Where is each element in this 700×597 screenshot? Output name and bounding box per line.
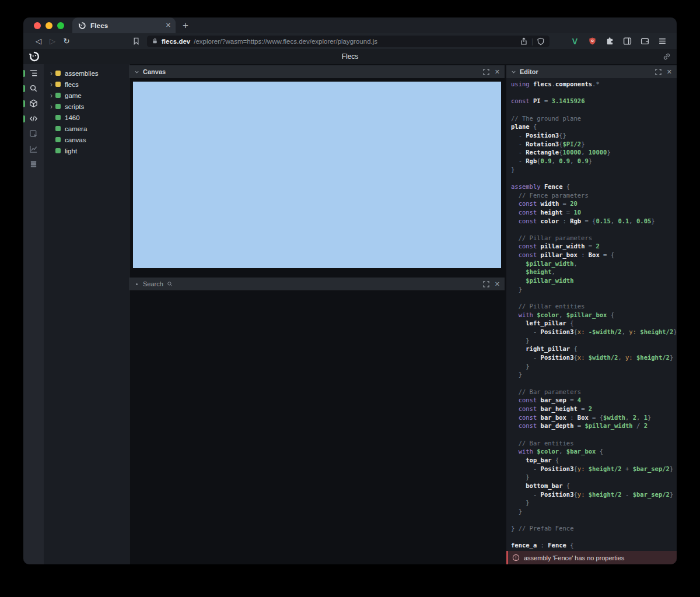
back-button[interactable]: ◁ — [32, 37, 46, 45]
wallet-icon[interactable] — [640, 36, 650, 46]
tree-panel-icon[interactable] — [23, 69, 44, 78]
tree-item-1460[interactable]: 1460 — [44, 112, 129, 123]
search-panel-icon[interactable] — [23, 84, 44, 93]
code-line — [511, 431, 677, 440]
code-line: - Position3{y: $height/2 + $bar_sep/2} — [511, 465, 677, 474]
code-line: left_pillar { — [511, 319, 677, 328]
code-line — [511, 516, 677, 525]
main-area: ›assemblies›flecs›game›scripts1460camera… — [23, 64, 677, 564]
tree-item-label: flecs — [65, 81, 79, 88]
share-link-icon[interactable] — [663, 52, 671, 63]
chevron-right-icon[interactable]: › — [47, 103, 55, 110]
tree-item-assemblies[interactable]: ›assemblies — [44, 68, 129, 79]
chevron-down-icon[interactable] — [511, 69, 516, 75]
code-line: with $color, $bar_box { — [511, 448, 677, 456]
code-editor[interactable]: using flecs.components.* const PI = 3.14… — [506, 78, 677, 551]
code-line: right_pillar { — [511, 345, 677, 354]
search-panel-body — [130, 290, 505, 564]
share-icon[interactable] — [520, 37, 528, 45]
flecs-favicon-icon — [78, 22, 86, 30]
active-indicator — [23, 85, 25, 92]
code-line: const bar_box : Box = {$width, 2, 1} — [511, 414, 677, 423]
code-line: - Position3{y: $height/2 - $bar_sep/2} — [511, 491, 677, 500]
collapsed-indicator-icon[interactable] — [136, 283, 138, 285]
extension-icons: V — [570, 36, 668, 46]
active-indicator — [23, 70, 25, 77]
code-line: } — [511, 508, 677, 517]
chevron-right-icon[interactable]: › — [47, 70, 55, 77]
canvas-panel-body — [130, 78, 505, 268]
tab-title: Flecs — [90, 22, 162, 29]
chevron-down-icon[interactable] — [134, 69, 139, 75]
leaf-indicator — [47, 125, 55, 132]
entity-color-dot — [55, 137, 61, 142]
new-tab-button[interactable]: + — [176, 17, 195, 33]
tree-item-scripts[interactable]: ›scripts — [44, 101, 129, 112]
tree-item-light[interactable]: light — [44, 145, 129, 156]
browser-tab-flecs[interactable]: Flecs ✕ — [72, 17, 176, 33]
app-header: Flecs — [23, 49, 677, 64]
code-line: const pillar_width = 2 — [511, 243, 677, 251]
extensions-puzzle-icon[interactable] — [605, 36, 615, 46]
reload-button[interactable]: ↻ — [60, 37, 74, 45]
entity-color-dot — [55, 126, 61, 131]
entity-color-dot — [55, 82, 61, 87]
close-window-button[interactable] — [34, 22, 41, 29]
entity-color-dot — [55, 104, 61, 109]
address-bar[interactable]: flecs.dev /explorer/?wasm=https://www.fl… — [147, 36, 550, 47]
tree-item-flecs[interactable]: ›flecs — [44, 79, 129, 90]
inspector-panel-icon[interactable] — [23, 129, 44, 139]
app-title: Flecs — [23, 52, 677, 61]
menu-icon[interactable] — [657, 36, 667, 46]
code-line: const PI = 3.1415926 — [511, 97, 677, 106]
fullscreen-icon[interactable] — [655, 69, 662, 75]
zoom-window-button[interactable] — [57, 22, 64, 29]
chevron-right-icon[interactable]: › — [47, 92, 55, 99]
tree-item-game[interactable]: ›game — [44, 90, 129, 101]
bookmark-icon[interactable] — [130, 37, 142, 45]
code-line: const height = 10 — [511, 209, 677, 217]
code-line — [511, 226, 677, 234]
editor-panel-title: Editor — [520, 68, 538, 75]
flecs-logo-icon — [29, 51, 40, 62]
brave-shield-icon[interactable] — [537, 37, 545, 45]
entity-color-dot — [55, 71, 61, 76]
tree-item-label: scripts — [65, 103, 84, 110]
search-icon — [167, 281, 173, 287]
editor-panel-icon[interactable] — [23, 114, 44, 124]
adguard-icon[interactable] — [587, 36, 597, 46]
code-line: $pillar_width, — [511, 260, 677, 269]
code-line: - Rotation3{$PI/2} — [511, 141, 677, 149]
sidebar-panel-icon[interactable] — [622, 36, 632, 46]
fullscreen-icon[interactable] — [483, 69, 489, 75]
tree-item-label: game — [65, 92, 82, 99]
tab-strip: Flecs ✕ + — [23, 17, 677, 33]
lock-icon — [152, 38, 158, 44]
code-line: } — [511, 363, 677, 371]
close-panel-icon[interactable]: ✕ — [667, 68, 672, 76]
entity-color-dot — [55, 148, 61, 153]
code-line: } — [511, 473, 677, 482]
editor-column: Editor ✕ using flecs.components.* const … — [505, 64, 677, 564]
close-panel-icon[interactable]: ✕ — [495, 280, 500, 288]
close-panel-icon[interactable]: ✕ — [495, 68, 500, 76]
vue-devtools-icon[interactable]: V — [570, 36, 580, 46]
canvas-panel-icon[interactable] — [23, 99, 44, 108]
code-line: // Pillar parameters — [511, 234, 677, 243]
fullscreen-icon[interactable] — [483, 281, 489, 287]
tables-panel-icon[interactable] — [23, 160, 44, 169]
tree-item-label: light — [65, 148, 77, 154]
chevron-right-icon[interactable]: › — [47, 81, 55, 88]
webgl-canvas[interactable] — [133, 82, 501, 268]
code-line: } — [511, 499, 677, 508]
code-line: const width = 20 — [511, 200, 677, 209]
minimize-window-button[interactable] — [46, 22, 52, 29]
code-line: // Fence parameters — [511, 192, 677, 201]
code-line: const bar_height = 2 — [511, 405, 677, 414]
tree-item-canvas[interactable]: canvas — [44, 134, 129, 145]
tab-close-icon[interactable]: ✕ — [166, 22, 171, 29]
center-column: Canvas ✕ Search ✕ — [130, 64, 505, 564]
tree-item-camera[interactable]: camera — [44, 123, 129, 134]
tree-item-label: camera — [65, 125, 87, 132]
stats-panel-icon[interactable] — [23, 145, 44, 154]
